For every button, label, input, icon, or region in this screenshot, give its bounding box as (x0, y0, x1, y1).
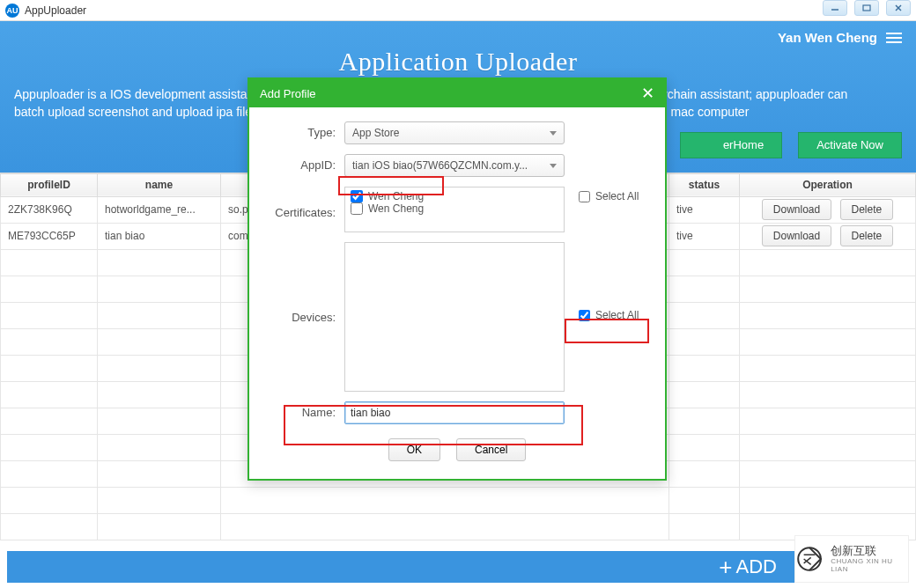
appid-label: AppID: (263, 154, 344, 172)
cell-status: tive (669, 223, 740, 249)
footer-add-text[interactable]: ADD (736, 555, 777, 578)
col-header-profileID[interactable]: profileID (1, 173, 98, 196)
cell-profileID: 2ZK738K96Q (1, 196, 98, 223)
page-title: Application Uploader (14, 47, 902, 77)
window-title: AppUploader (25, 4, 86, 17)
app-logo-icon: AU (5, 4, 19, 18)
ok-button[interactable]: OK (388, 438, 440, 461)
certificate-checkbox[interactable] (351, 202, 363, 215)
modal-titlebar[interactable]: Add Profile ✕ (249, 79, 665, 107)
user-name: Yan Wen Cheng (778, 30, 877, 45)
window-titlebar: AU AppUploader (0, 0, 916, 21)
footer-bar: + ADD (7, 551, 909, 583)
download-button[interactable]: Download (762, 199, 831, 220)
devices-label: Devices: (263, 242, 344, 324)
appid-dropdown[interactable]: tian iOS biao(57W66QZCMN.com.y... (344, 154, 565, 177)
cell-operation: Download Delete (740, 196, 916, 223)
chevron-down-icon (550, 164, 557, 168)
certificates-selectall-checkbox[interactable] (579, 191, 590, 202)
certificate-option[interactable]: Wen Cheng (351, 202, 558, 215)
certificates-selectall-label: Select All (595, 190, 639, 202)
modal-title-text: Add Profile (260, 87, 316, 100)
certificate-option[interactable]: Wen Cheng (351, 190, 558, 202)
maximize-button[interactable] (854, 0, 879, 16)
cell-status: tive (669, 196, 740, 223)
type-value: App Store (352, 127, 399, 139)
cell-name: tian biao (98, 223, 221, 249)
type-label: Type: (263, 121, 344, 139)
devices-selectall-label: Select All (595, 309, 639, 321)
add-profile-modal: Add Profile ✕ Type: App Store AppID: tia… (247, 77, 667, 481)
delete-button[interactable]: Delete (840, 199, 894, 220)
chevron-down-icon (550, 131, 557, 136)
certificate-label: Wen Cheng (368, 190, 424, 202)
certificates-listbox[interactable]: Wen Cheng Wen Cheng (344, 187, 565, 232)
name-label: Name: (263, 401, 344, 419)
activate-now-button[interactable]: Activate Now (798, 132, 902, 158)
appid-value: tian iOS biao(57W66QZCMN.com.y... (352, 159, 528, 172)
delete-button[interactable]: Delete (840, 225, 894, 246)
watermark-icon (795, 544, 824, 574)
menu-icon[interactable] (886, 33, 902, 43)
cancel-button[interactable]: Cancel (456, 438, 526, 461)
svg-rect-1 (863, 5, 870, 11)
watermark-subtitle: CHUANG XIN HU LIAN (831, 557, 908, 573)
table-row-empty (1, 513, 916, 540)
cell-profileID: ME793CC65P (1, 223, 98, 249)
developer-home-button[interactable]: erHome (680, 132, 782, 158)
cell-operation: Download Delete (740, 223, 916, 249)
minimize-button[interactable] (823, 0, 847, 16)
plus-icon[interactable]: + (719, 554, 732, 581)
name-input[interactable] (344, 401, 565, 424)
devices-listbox[interactable] (344, 242, 565, 392)
col-header-name[interactable]: name (98, 173, 221, 196)
download-button[interactable]: Download (762, 225, 831, 246)
col-header-status[interactable]: status (669, 173, 740, 196)
certificate-checkbox[interactable] (351, 190, 363, 202)
cell-name: hotworldgame_re... (98, 196, 221, 223)
window-controls (823, 0, 911, 16)
devices-selectall-checkbox[interactable] (579, 310, 590, 321)
col-header-operation: Operation (740, 173, 916, 196)
close-icon[interactable]: ✕ (641, 84, 654, 103)
close-button[interactable] (886, 0, 911, 16)
certificate-label: Wen Cheng (368, 202, 424, 215)
type-dropdown[interactable]: App Store (344, 121, 565, 144)
watermark: 创新互联 CHUANG XIN HU LIAN (794, 535, 909, 583)
certificates-label: Certificates: (263, 187, 344, 219)
table-row-empty (1, 487, 916, 513)
watermark-brand: 创新互联 (831, 545, 908, 557)
